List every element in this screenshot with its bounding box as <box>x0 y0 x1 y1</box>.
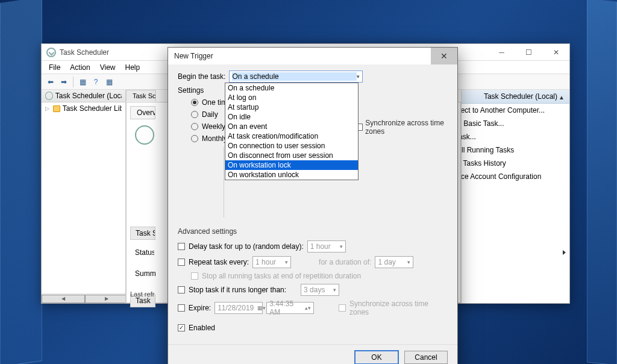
toolbar-icon[interactable]: ▦ <box>77 77 88 87</box>
menu-action[interactable]: Action <box>65 62 95 73</box>
toolbar-icon[interactable]: ▦ <box>104 77 114 87</box>
option-workstation-unlock[interactable]: On workstation unlock <box>225 170 358 180</box>
separator <box>73 77 74 87</box>
sync-tz-label: Synchronize across time zones <box>365 119 457 136</box>
tree-pane: Task Scheduler (Local) ▷ Task Scheduler … <box>42 90 126 303</box>
forward-button[interactable]: ➡ <box>58 77 69 87</box>
background-decoration <box>587 0 617 364</box>
repeat-checkbox[interactable] <box>178 259 185 266</box>
action-history[interactable]: Enable All Tasks History <box>462 157 569 170</box>
option-startup[interactable]: At startup <box>225 102 358 112</box>
overview-tab[interactable]: Overview of Task Scheduler <box>130 106 155 119</box>
window-title: Task Scheduler <box>60 48 109 57</box>
task-status-header: Task Status <box>130 227 155 240</box>
tree-item-library[interactable]: ▷ Task Scheduler Library <box>42 102 125 115</box>
center-title: Task Scheduler Summary (Local) <box>126 90 156 101</box>
duration-label: for a duration of: <box>319 258 371 266</box>
expire-checkbox[interactable] <box>178 304 185 312</box>
chevron-down-icon: ▾ <box>357 74 360 80</box>
option-logon[interactable]: At log on <box>225 93 358 102</box>
spinner-icon: ▴▾ <box>301 305 311 311</box>
clock-icon <box>135 125 154 145</box>
expire-date-input[interactable]: 11/28/2019▦▾ <box>215 302 263 314</box>
option-event[interactable]: On an event <box>225 122 358 131</box>
tree-root[interactable]: Task Scheduler (Local) <box>42 90 125 102</box>
expire-time-input[interactable]: 3:44:35 AM▴▾ <box>266 302 314 314</box>
dialog-close-button[interactable]: ✕ <box>431 48 457 64</box>
repeat-input[interactable]: 1 hour▾ <box>252 256 291 268</box>
stop-all-label: Stop all running tasks at end of repetit… <box>202 272 361 280</box>
maximize-button[interactable]: ☐ <box>515 44 542 61</box>
minimize-button[interactable]: ─ <box>488 44 515 61</box>
horizontal-scrollbar[interactable]: ◀ ▶ <box>42 293 126 303</box>
ok-button[interactable]: OK <box>355 351 398 364</box>
option-schedule[interactable]: On a schedule <box>225 83 358 93</box>
option-idle[interactable]: On idle <box>225 112 358 122</box>
scheduler-icon <box>45 92 53 100</box>
radio-monthly-label: Monthly <box>202 134 227 143</box>
delay-checkbox[interactable] <box>178 243 185 250</box>
delay-label: Delay task for up to (random delay): <box>189 242 304 251</box>
close-button[interactable]: ✕ <box>542 44 569 61</box>
menu-help[interactable]: Help <box>121 62 145 73</box>
option-workstation-lock[interactable]: On workstation lock <box>225 160 358 170</box>
radio-weekly[interactable] <box>191 123 198 130</box>
tree-root-label: Task Scheduler (Local) <box>55 92 122 100</box>
enabled-checkbox[interactable] <box>178 324 185 331</box>
actions-header: Task Scheduler (Local) <box>462 90 569 104</box>
begin-task-combo[interactable]: On a schedule ▾ <box>229 71 363 83</box>
begin-task-label: Begin the task: <box>178 72 225 81</box>
stop-if-checkbox[interactable] <box>178 286 185 293</box>
expire-label: Expire: <box>189 304 211 312</box>
dialog-titlebar[interactable]: New Trigger ✕ <box>168 48 457 64</box>
folder-icon <box>53 105 60 112</box>
radio-weekly-label: Weekly <box>202 122 225 131</box>
dialog-title: New Trigger <box>174 52 213 60</box>
action-at-config[interactable]: AT Service Account Configuration <box>462 170 569 183</box>
radio-daily-label: Daily <box>202 110 218 119</box>
combo-value: On a schedule <box>232 72 357 81</box>
begin-task-dropdown[interactable]: On a schedule At log on At startup On id… <box>225 83 359 180</box>
back-button[interactable]: ⬅ <box>45 77 56 87</box>
menu-view[interactable]: View <box>95 62 121 73</box>
repeat-label: Repeat task every: <box>189 258 249 266</box>
new-trigger-dialog: New Trigger ✕ Begin the task: On a sched… <box>168 47 458 364</box>
action-create-task[interactable]: Create Task... <box>462 130 569 143</box>
stop-if-input[interactable]: 3 days▾ <box>301 284 339 296</box>
calendar-icon: ▦▾ <box>254 305 266 311</box>
radio-onetime[interactable] <box>191 99 198 106</box>
scroll-right-button[interactable]: ▶ <box>85 295 126 303</box>
cancel-button[interactable]: Cancel <box>404 351 448 364</box>
action-connect[interactable]: Connect to Another Computer... <box>462 104 569 117</box>
sync-tz2-checkbox <box>339 304 346 312</box>
tree-item-label: Task Scheduler Library <box>63 104 122 113</box>
action-basic-task[interactable]: Create Basic Task... <box>462 117 569 130</box>
background-decoration <box>0 0 42 364</box>
enabled-label: Enabled <box>189 324 215 332</box>
delay-input[interactable]: 1 hour▾ <box>307 240 346 253</box>
option-connect-session[interactable]: On connection to user session <box>225 141 358 151</box>
expand-icon[interactable]: ▷ <box>45 105 49 111</box>
radio-daily[interactable] <box>191 111 198 118</box>
submenu-arrow-icon <box>563 250 566 255</box>
option-disconnect-session[interactable]: On disconnect from user session <box>225 151 358 160</box>
actions-pane: Task Scheduler (Local) ▲ Connect to Anot… <box>461 90 569 303</box>
advanced-settings-header: Advanced settings <box>178 227 448 236</box>
stop-all-checkbox <box>191 272 198 280</box>
collapse-icon[interactable]: ▲ <box>559 94 565 101</box>
menu-file[interactable]: File <box>44 62 65 73</box>
settings-label: Settings <box>178 86 224 95</box>
radio-monthly[interactable] <box>191 135 198 142</box>
action-running-tasks[interactable]: Display All Running Tasks <box>462 143 569 157</box>
scroll-left-button[interactable]: ◀ <box>42 295 85 303</box>
app-icon <box>46 48 56 57</box>
help-icon[interactable]: ? <box>90 77 101 87</box>
option-creation[interactable]: At task creation/modification <box>225 131 358 141</box>
sync-tz2-label: Synchronize across time zones <box>349 300 448 316</box>
duration-input[interactable]: 1 day▾ <box>375 256 413 268</box>
last-refreshed-label: Last refreshed at <box>130 290 154 298</box>
stop-if-label: Stop task if it runs longer than: <box>189 286 286 294</box>
